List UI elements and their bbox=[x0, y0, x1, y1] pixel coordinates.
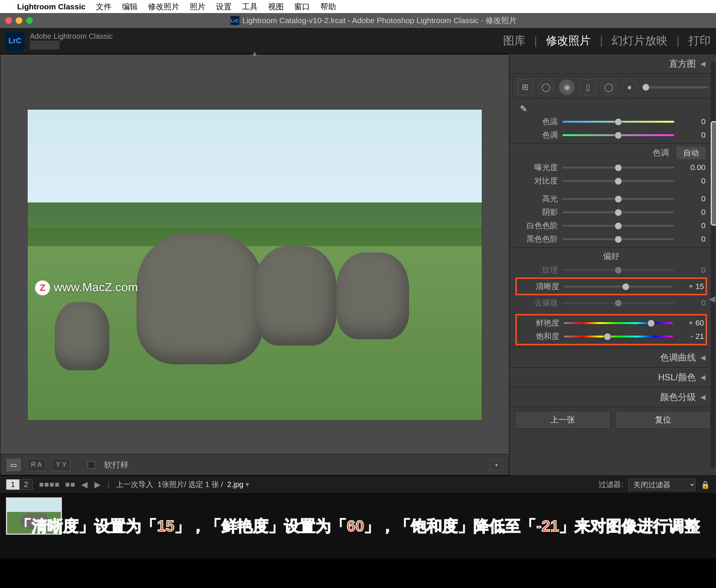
menu-help[interactable]: 帮助 bbox=[320, 1, 336, 12]
gridview-icon[interactable] bbox=[40, 483, 59, 487]
menubar-app[interactable]: Lightroom Classic bbox=[17, 2, 85, 11]
chevron-down-icon[interactable]: ▾ bbox=[245, 480, 249, 488]
texture-value[interactable]: 0 bbox=[679, 265, 706, 274]
clarity-value[interactable]: + 15 bbox=[677, 282, 704, 291]
module-slideshow[interactable]: 幻灯片放映 bbox=[612, 33, 668, 48]
screen-switch[interactable]: 1 2 bbox=[6, 479, 33, 490]
next-photo-icon[interactable]: ▶ bbox=[94, 480, 101, 490]
collapse-icon[interactable]: ◀ bbox=[700, 373, 706, 381]
tonecurve-section[interactable]: 色调曲线◀ bbox=[509, 348, 716, 368]
module-sep: | bbox=[534, 35, 537, 47]
menu-photo[interactable]: 照片 bbox=[190, 1, 205, 12]
prev-button[interactable]: 上一张 bbox=[515, 411, 610, 429]
slider-clarity[interactable]: 清晰度 + 15 bbox=[518, 280, 704, 293]
slider-shadows[interactable]: 阴影 0 bbox=[517, 205, 706, 219]
redeye-tool-button[interactable]: ◉ bbox=[559, 79, 575, 95]
whites-value[interactable]: 0 bbox=[679, 221, 706, 230]
zoom-icon[interactable] bbox=[26, 17, 33, 24]
module-picker: 图库 | 修改照片 | 幻灯片放映 | 打印 bbox=[503, 33, 711, 48]
crop-tool-button[interactable]: ⊞ bbox=[517, 79, 533, 95]
tint-value[interactable]: 0 bbox=[679, 131, 706, 139]
softproof-checkbox[interactable] bbox=[88, 461, 95, 469]
expand-top-icon[interactable]: ▲ bbox=[251, 49, 258, 58]
gridview-alt-icon[interactable] bbox=[66, 483, 75, 487]
brush-tool-button[interactable]: ● bbox=[622, 79, 637, 95]
slider-exposure[interactable]: 曝光度 0.00 bbox=[517, 161, 706, 174]
hsl-label: HSL/颜色 bbox=[658, 371, 696, 383]
collapse-icon[interactable]: ◀ bbox=[700, 393, 706, 401]
saturation-label: 饱和度 bbox=[518, 331, 559, 342]
before-after-yy-button[interactable]: Y Y bbox=[52, 459, 70, 471]
slider-blacks[interactable]: 黑色色阶 0 bbox=[517, 232, 706, 246]
highlight-box-clarity: 清晰度 + 15 bbox=[515, 277, 707, 295]
radial-tool-button[interactable]: ◯ bbox=[601, 79, 616, 95]
prev-photo-icon[interactable]: ◀ bbox=[81, 480, 88, 490]
exposure-value[interactable]: 0.00 bbox=[679, 163, 706, 172]
divider: | bbox=[107, 480, 109, 489]
contrast-value[interactable]: 0 bbox=[679, 176, 706, 185]
slider-saturation[interactable]: 饱和度 - 21 bbox=[518, 330, 704, 343]
highlights-value[interactable]: 0 bbox=[679, 194, 706, 203]
slider-contrast[interactable]: 对比度 0 bbox=[517, 174, 706, 188]
collapse-icon[interactable]: ◀ bbox=[700, 60, 706, 68]
expand-right-icon[interactable]: ◀ bbox=[709, 294, 715, 304]
filmstrip[interactable]: 「清晰度」设置为「15」，「鲜艳度」设置为「60」，「饱和度」降低至「-21」来… bbox=[0, 493, 716, 559]
temp-value[interactable]: 0 bbox=[679, 117, 706, 126]
app-window: LrC Lightroom Catalog-v10-2.lrcat - Adob… bbox=[0, 13, 716, 588]
vibrance-value[interactable]: + 60 bbox=[677, 318, 704, 327]
crumb-file: 2.jpg bbox=[227, 480, 243, 488]
colorgrade-section[interactable]: 颜色分级◀ bbox=[509, 387, 716, 407]
brand-label: Adobe Lightroom Classic bbox=[30, 32, 113, 41]
slider-whites[interactable]: 白色色阶 0 bbox=[517, 219, 706, 232]
dehaze-value[interactable]: 0 bbox=[679, 298, 706, 307]
menu-settings[interactable]: 设置 bbox=[216, 1, 232, 12]
shadows-value[interactable]: 0 bbox=[679, 208, 706, 217]
loupe-view-button[interactable]: ▭ bbox=[6, 459, 21, 471]
slider-vibrance[interactable]: 鲜艳度 + 60 bbox=[518, 316, 704, 330]
breadcrumb[interactable]: 上一次导入 1张照片/ 选定 1 张 / 2.jpg ▾ bbox=[116, 479, 249, 490]
slider-temp[interactable]: 色温 0 bbox=[517, 115, 706, 128]
auto-tone-button[interactable]: 自动 bbox=[676, 147, 706, 159]
menu-tools[interactable]: 工具 bbox=[242, 1, 258, 12]
slider-highlights[interactable]: 高光 0 bbox=[517, 192, 706, 205]
module-library[interactable]: 图库 bbox=[503, 33, 525, 48]
saturation-value[interactable]: - 21 bbox=[677, 332, 704, 341]
filmstrip-thumb[interactable] bbox=[6, 497, 62, 535]
menu-file[interactable]: 文件 bbox=[96, 1, 112, 12]
module-develop[interactable]: 修改照片 bbox=[546, 33, 591, 48]
collapse-icon[interactable]: ◀ bbox=[700, 353, 706, 362]
menu-edit[interactable]: 编辑 bbox=[122, 1, 138, 12]
wb-dropper-icon[interactable]: ✎ bbox=[517, 102, 530, 115]
slider-tint[interactable]: 色调 0 bbox=[517, 128, 706, 142]
screen-1[interactable]: 1 bbox=[6, 479, 19, 490]
image-viewer[interactable]: ▲ Z www.MacZ.com ▭ R A Y Y 软打样 ▾ bbox=[0, 54, 509, 475]
texture-label: 纹理 bbox=[517, 265, 558, 275]
minimize-icon[interactable] bbox=[16, 17, 22, 24]
filter-lock-icon[interactable]: 🔒 bbox=[701, 480, 710, 489]
identity-plate[interactable] bbox=[30, 41, 60, 50]
tool-amount-slider[interactable] bbox=[643, 86, 708, 88]
main-area: ▶ ▲ Z www.MacZ.com ▭ R A Y Y bbox=[0, 54, 716, 475]
before-after-ra-button[interactable]: R A bbox=[27, 459, 46, 471]
histogram-section[interactable]: 直方图◀ bbox=[509, 54, 716, 74]
spot-tool-button[interactable]: ◯ bbox=[538, 79, 554, 95]
panel-nav: 上一张 复位 bbox=[509, 407, 716, 433]
scrollbar-thumb[interactable] bbox=[711, 121, 716, 226]
toolbar-more-button[interactable]: ▾ bbox=[490, 459, 503, 471]
panel-scrollbar[interactable] bbox=[711, 62, 715, 468]
screen-2[interactable]: 2 bbox=[19, 479, 32, 490]
blacks-value[interactable]: 0 bbox=[679, 235, 706, 243]
filter-select[interactable]: 关闭过滤器 bbox=[628, 479, 695, 491]
slider-texture[interactable]: 纹理 0 bbox=[517, 263, 706, 277]
menu-develop[interactable]: 修改照片 bbox=[148, 1, 179, 12]
hsl-section[interactable]: HSL/颜色◀ bbox=[509, 368, 716, 387]
secondary-toolbar: 1 2 ◀ ▶ | 上一次导入 1张照片/ 选定 1 张 / 2.jpg ▾ 过… bbox=[0, 475, 716, 493]
module-print[interactable]: 打印 bbox=[688, 33, 711, 48]
menu-window[interactable]: 窗口 bbox=[294, 1, 310, 12]
reset-button[interactable]: 复位 bbox=[615, 411, 711, 429]
menu-view[interactable]: 视图 bbox=[268, 1, 284, 12]
slider-dehaze[interactable]: 去朦胧 0 bbox=[517, 296, 706, 309]
grad-tool-button[interactable]: ▯ bbox=[580, 79, 596, 95]
filter-label: 过滤器: bbox=[599, 479, 623, 490]
close-icon[interactable] bbox=[5, 17, 12, 24]
